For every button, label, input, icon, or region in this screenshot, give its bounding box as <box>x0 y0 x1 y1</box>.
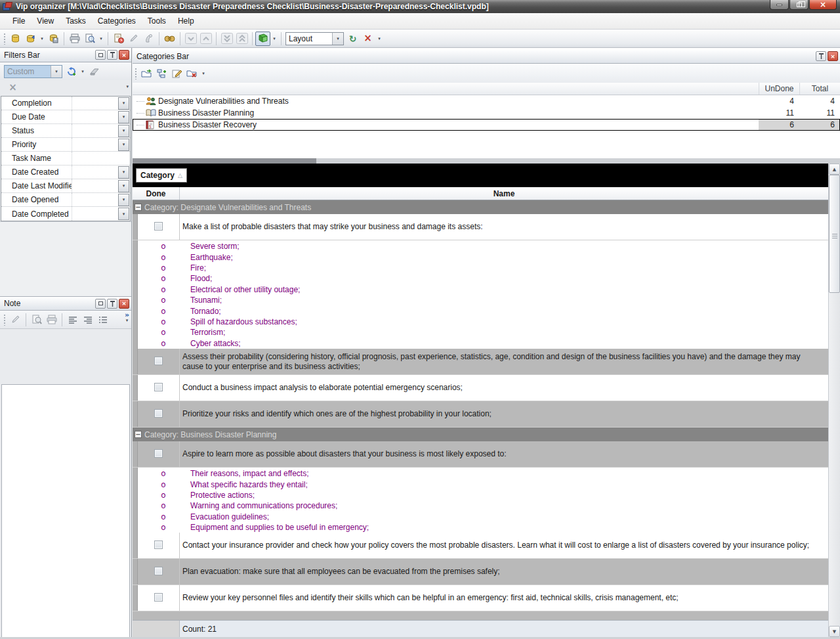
restore-button[interactable] <box>789 0 808 10</box>
group-row-category-designate-vulnerabilities-and-threats[interactable]: −Category: Designate Vulnerabilities and… <box>133 200 828 214</box>
filter-dropdown-status[interactable]: ▾ <box>118 125 129 137</box>
move-top-button[interactable] <box>234 32 249 46</box>
note-print-preview-button[interactable] <box>29 313 44 327</box>
scroll-down-button[interactable]: ▼ <box>829 626 840 637</box>
toolbar-grip[interactable] <box>3 314 6 326</box>
group-row-category-business-disaster-planning[interactable]: −Category: Business Disaster Planning <box>133 428 828 441</box>
open-database-dropdown[interactable]: ▾ <box>38 32 46 46</box>
bullet-list-button[interactable] <box>95 313 110 327</box>
task-checkbox[interactable] <box>154 383 163 391</box>
categories-toolbar-dropdown[interactable]: ▾ <box>200 66 207 81</box>
print-preview-dropdown[interactable]: ▾ <box>97 32 105 46</box>
edit-task-button[interactable] <box>126 32 141 46</box>
task-row[interactable]: Aspire to learn more as possible about d… <box>133 441 828 468</box>
task-checkbox[interactable] <box>154 540 163 549</box>
task-row[interactable]: Conduct a business impact analysis to el… <box>133 375 828 401</box>
menu-help[interactable]: Help <box>172 14 200 28</box>
toolbar-options-dropdown[interactable]: ▾ <box>375 32 383 46</box>
task-row[interactable]: Make a list of probable disasters that m… <box>133 214 828 240</box>
task-row[interactable]: Review your key personnel files and iden… <box>133 585 828 611</box>
categories-pin-button[interactable] <box>816 51 826 61</box>
apply-filter-button[interactable] <box>64 64 79 79</box>
categories-close-button[interactable]: × <box>828 51 838 61</box>
filter-dropdown-date-opened[interactable]: ▾ <box>118 194 129 206</box>
note-close-button[interactable]: × <box>119 299 129 309</box>
collapse-minus-icon[interactable]: − <box>135 431 142 438</box>
find-button[interactable] <box>162 32 177 46</box>
move-down-button[interactable] <box>183 32 198 46</box>
close-button[interactable]: × <box>809 0 837 10</box>
scroll-up-button[interactable]: ▲ <box>829 164 840 175</box>
task-checkbox[interactable] <box>154 449 163 458</box>
menu-view[interactable]: View <box>31 14 60 28</box>
name-column-header[interactable]: Name <box>180 187 828 200</box>
filter-dropdown-priority[interactable]: ▾ <box>118 139 129 151</box>
layout-view-button[interactable] <box>255 32 270 46</box>
print-preview-button[interactable] <box>82 32 97 46</box>
group-by-category-button[interactable]: Category △ <box>136 168 187 183</box>
toolbar-grip[interactable] <box>135 68 137 79</box>
categories-hscrollbar[interactable] <box>133 158 840 164</box>
menu-file[interactable]: File <box>7 14 31 28</box>
filter-dropdown-date-last-modified[interactable]: ▾ <box>118 180 129 192</box>
remove-filter-button[interactable]: × <box>5 80 20 95</box>
sync-layout-button[interactable]: ↻ <box>345 32 360 46</box>
new-task-button[interactable] <box>111 32 126 46</box>
open-database-button[interactable] <box>23 32 38 46</box>
task-checkbox[interactable] <box>154 222 163 231</box>
filter-dropdown-due-date[interactable]: ▾ <box>118 111 129 123</box>
minimize-button[interactable] <box>770 0 789 10</box>
filter-preset-dropdown-button[interactable]: ▾ <box>51 66 62 77</box>
note-print-button[interactable] <box>44 313 59 327</box>
filters-pin-button[interactable] <box>107 50 117 60</box>
collapse-minus-icon[interactable]: − <box>135 204 142 211</box>
filters-close-button[interactable]: × <box>119 50 129 60</box>
note-pin-button[interactable] <box>107 299 117 309</box>
filters-restore-button[interactable] <box>95 50 106 60</box>
undone-column-header[interactable]: UnDone <box>759 83 799 95</box>
scroll-thumb[interactable] <box>829 175 840 293</box>
toolbar-grip[interactable] <box>3 33 6 45</box>
move-bottom-button[interactable] <box>219 32 234 46</box>
print-button[interactable] <box>67 32 82 46</box>
layout-view-dropdown[interactable]: ▾ <box>270 32 278 46</box>
apply-filter-dropdown[interactable]: ▾ <box>79 64 87 79</box>
delete-category-button[interactable] <box>184 66 200 81</box>
task-row[interactable]: Plan evacuation: make sure that all empl… <box>133 559 828 585</box>
assign-task-button[interactable] <box>141 32 156 46</box>
move-up-button[interactable] <box>198 32 213 46</box>
align-right-button[interactable] <box>80 313 95 327</box>
note-content-area[interactable] <box>1 384 130 638</box>
note-overflow-button[interactable]: » ▾ <box>125 312 129 323</box>
filter-preset-combobox[interactable]: Custom ▾ <box>4 65 62 78</box>
filter-dropdown-completion[interactable]: ▾ <box>118 97 129 110</box>
task-checkbox[interactable] <box>154 593 163 602</box>
clear-filter-button[interactable] <box>87 64 102 79</box>
menu-categories[interactable]: Categories <box>92 14 142 28</box>
new-database-button[interactable] <box>8 32 23 46</box>
done-column-header[interactable]: Done <box>133 187 180 200</box>
task-row[interactable]: Prioritize your risks and identify which… <box>133 401 828 428</box>
note-edit-button[interactable] <box>8 313 23 327</box>
menu-tasks[interactable]: Tasks <box>60 14 92 28</box>
edit-category-button[interactable] <box>169 66 184 81</box>
task-checkbox[interactable] <box>154 567 163 575</box>
note-restore-button[interactable] <box>95 299 106 309</box>
new-subcategory-button[interactable] <box>154 66 169 81</box>
filters-overflow-dropdown[interactable]: ▾ <box>126 84 129 89</box>
task-row[interactable]: Assess their probability (considering hi… <box>133 349 828 375</box>
task-checkbox[interactable] <box>154 409 163 418</box>
new-category-button[interactable] <box>139 66 154 81</box>
filter-dropdown-date-completed[interactable]: ▾ <box>118 208 129 220</box>
save-database-button[interactable] <box>46 32 61 46</box>
filter-dropdown-date-created[interactable]: ▾ <box>118 166 129 179</box>
task-row[interactable]: Contact your insurance provider and chec… <box>133 533 828 559</box>
task-checkbox[interactable] <box>154 357 163 365</box>
hscroll-thumb[interactable] <box>133 158 316 164</box>
delete-button[interactable]: × <box>360 32 375 46</box>
layout-combobox-button[interactable]: ▾ <box>332 33 343 45</box>
category-row-business-disaster-recovery[interactable]: 5Business Disaster Recovery66 <box>133 119 840 131</box>
align-left-button[interactable] <box>65 313 80 327</box>
menu-tools[interactable]: Tools <box>142 14 172 28</box>
layout-combobox[interactable]: Layout ▾ <box>285 32 344 45</box>
